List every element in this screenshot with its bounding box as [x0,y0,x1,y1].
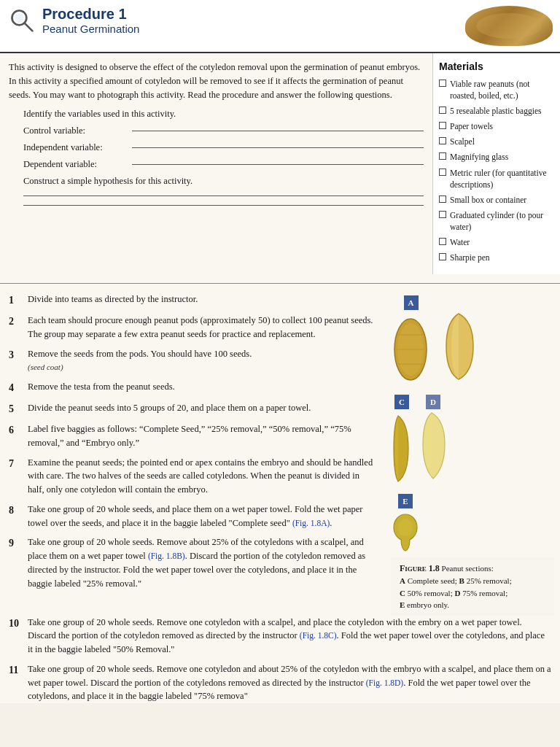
step-11: 11 Take one group of 20 whole seeds. Rem… [9,662,551,703]
figure-label-c-text: C [400,589,405,597]
figure-label-e: E [398,494,413,508]
procedure-subtitle: Peanut Germination [42,23,459,35]
left-content: This activity is designed to observe the… [0,53,432,274]
materials-list: Viable raw peanuts (not roasted, boiled,… [439,78,554,263]
header-icon [7,6,36,35]
step-number-3: 3 [9,347,23,363]
hypothesis-section: Construct a simple hypothesis for this a… [23,176,424,206]
step-content-3: Remove the seeds from the pods. You shou… [28,347,376,375]
material-text-9: Water [450,236,470,248]
svg-point-9 [398,519,413,536]
step-content-1: Divide into teams as directed by the ins… [28,293,376,306]
material-checkbox-10 [439,253,446,260]
material-item: Small box or container [439,194,554,206]
material-text-3: Paper towels [450,120,493,132]
step-content-2: Each team should procure enough peanut p… [28,314,376,341]
step-number-10: 10 [9,616,23,631]
material-item: Viable raw peanuts (not roasted, boiled,… [439,78,554,101]
hypothesis-line-2 [23,205,424,206]
materials-sidebar: Materials Viable raw peanuts (not roaste… [432,53,560,274]
figure-label-d-text: D [454,589,460,597]
step-6: 6 Label five baggies as follows: “Comple… [9,422,376,450]
header-peanut-image [465,6,553,46]
control-variable-line [132,131,424,131]
step-number-5: 5 [9,401,23,417]
step-number-9: 9 [9,535,23,551]
hypothesis-line-1 [23,196,424,196]
variables-title: Identify the variables used in this acti… [23,109,424,120]
step-content-10: Take one group of 20 whole seeds. Remove… [28,616,551,657]
figure-caption: FIGURE 1.8 Peanut sections: A Complete s… [391,557,554,616]
peanut-figure-a [391,313,431,386]
dependent-variable-label: Dependent variable: [23,159,129,170]
material-checkbox-4 [439,137,446,144]
figure-label-b-text: B [459,576,464,585]
material-text-4: Scalpel [450,136,475,147]
step-number-7: 7 [9,456,23,471]
step-number-6: 6 [9,422,23,438]
peanut-figure-e [391,511,420,551]
material-checkbox-2 [439,107,446,114]
step-number-8: 8 [9,503,23,518]
figure-label-a-text: A [400,576,405,585]
procedure-title: Procedure 1 [42,6,459,23]
step-7: 7 Examine the peanut seeds; the pointed … [9,456,376,497]
step-content-4: Remove the testa from the peanut seeds. [28,380,376,394]
material-checkbox-5 [439,152,446,160]
step-4: 4 Remove the testa from the peanut seeds… [9,380,376,395]
step-3-annotation: (seed coat) [28,363,63,371]
peanut-figure-b [443,310,475,383]
figure-label-c: C [394,395,409,409]
materials-title: Materials [439,61,554,72]
material-text-7: Small box or container [450,194,526,206]
step-content-9: Take one group of 20 whole seeds. Remove… [28,535,376,590]
hypothesis-title: Construct a simple hypothesis for this a… [23,176,424,187]
svg-point-2 [15,13,24,23]
magnifying-glass-icon [9,7,35,34]
fig-ref-8a: (Fig. 1.8A) [292,519,330,527]
step-number-1: 1 [9,293,23,308]
step-5: 5 Divide the peanut seeds into 5 groups … [9,401,376,417]
material-text-10: Sharpie pen [450,252,490,263]
step-number-11: 11 [9,662,23,678]
step-10: 10 Take one group of 20 whole seeds. Rem… [9,616,551,657]
step-content-5: Divide the peanut seeds into 5 groups of… [28,401,376,415]
step-number-4: 4 [9,380,23,395]
step-2: 2 Each team should procure enough peanut… [9,314,376,341]
figure-label-a: A [404,295,419,310]
material-text-8: Graduated cylinder (to pour water) [450,209,554,233]
figure-number: FIGURE 1.8 [400,563,440,573]
independent-variable-row: Independent variable: [23,142,424,153]
dependent-variable-line [132,164,424,165]
steps-left: 1 Divide into teams as directed by the i… [0,293,385,616]
material-checkbox-1 [439,80,446,87]
material-checkbox-8 [439,211,446,218]
figure-label-d: D [426,395,440,409]
peanut-figure-c [391,412,413,485]
dependent-variable-row: Dependent variable: [23,159,424,170]
material-text-6: Metric ruler (for quantitative descripti… [450,167,554,190]
material-checkbox-9 [439,238,446,245]
step-9: 9 Take one group of 20 whole seeds. Remo… [9,535,376,590]
material-item: Sharpie pen [439,252,554,263]
figure-label-e-text: E [400,600,405,609]
material-text-2: 5 resealable plastic baggies [450,105,542,117]
material-item: Water [439,236,554,248]
step-content-11: Take one group of 20 whole seeds. Remove… [28,662,551,703]
step-content-7: Examine the peanut seeds; the pointed en… [28,456,376,497]
step-8: 8 Take one group of 20 whole seeds, and … [9,503,376,530]
step-number-2: 2 [9,314,23,329]
fig-ref-9b: (Fig. 1.8B) [148,551,185,560]
independent-variable-label: Independent variable: [23,142,129,153]
variables-section: Identify the variables used in this acti… [23,109,424,170]
material-text-5: Magnifying glass [450,151,508,163]
step-content-6: Label five baggies as follows: “Complete… [28,422,376,450]
fig-ref-10c: (Fig. 1.8C) [300,631,337,640]
independent-variable-line [132,147,424,148]
material-item: Magnifying glass [439,151,554,163]
material-text-1: Viable raw peanuts (not roasted, boiled,… [450,78,554,101]
main-content-layout: This activity is designed to observe the… [0,53,560,274]
page-container: Procedure 1 Peanut Germination This acti… [0,0,560,703]
section-divider [0,283,560,284]
step-content-8: Take one group of 20 whole seeds, and pl… [28,503,376,530]
